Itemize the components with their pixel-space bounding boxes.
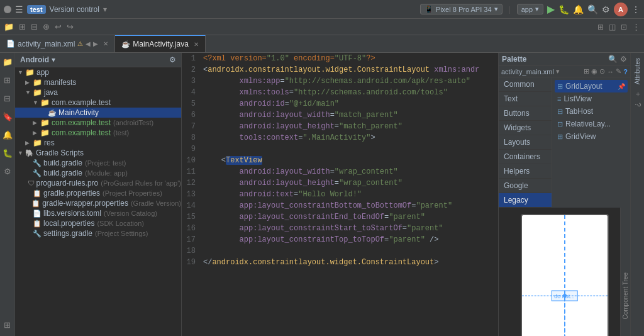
- new-folder-icon[interactable]: 📁: [4, 22, 14, 31]
- component-tree-tab[interactable]: Component Tree: [620, 208, 630, 336]
- run-button[interactable]: ▶: [547, 3, 555, 15]
- palette-item-gridlayout[interactable]: ⊞ GridLayout 📌: [555, 80, 628, 92]
- sidebar-android-label: Android: [20, 55, 49, 64]
- toolbar-icon-6[interactable]: ↪: [67, 22, 74, 31]
- version-control-label[interactable]: Version control: [50, 5, 99, 14]
- category-helpers[interactable]: Helpers: [499, 164, 552, 179]
- code-line-19: 19 </androidx.constraintlayout.widget.Co…: [182, 257, 498, 268]
- tab-nav-next[interactable]: ▶: [93, 40, 98, 47]
- tree-item-build-gradle-project[interactable]: 🔧 build.gradle (Project: test): [15, 158, 181, 168]
- design-icon-4[interactable]: ↔: [607, 68, 614, 76]
- relativelayout-icon: ⊡: [557, 120, 563, 128]
- left-tool-4[interactable]: 🔖: [1, 110, 14, 123]
- tree-item-com-example[interactable]: ▼ 📁 com.example.test: [15, 98, 181, 108]
- notification-icon[interactable]: 🔔: [573, 4, 584, 14]
- menu-icon[interactable]: ☰: [15, 4, 23, 14]
- toolbar-right-2[interactable]: ◫: [609, 23, 616, 31]
- pin-icon[interactable]: 📌: [618, 83, 625, 90]
- toolbar-right-1[interactable]: ⊞: [597, 23, 604, 31]
- xml-dropdown-arrow[interactable]: ▾: [556, 67, 560, 76]
- right-tool-1[interactable]: +: [632, 91, 643, 98]
- preview-canvas: do not... Component Tree: [499, 208, 630, 336]
- tree-item-com-example-test-android[interactable]: ▶ 📁 com.example.test (androidTest): [15, 118, 181, 128]
- palette-settings-icon[interactable]: ⚙: [620, 55, 627, 64]
- code-line-18: 18: [182, 245, 498, 257]
- main-content: 📁 ⊞ ⊟ 🔖 🔔 🐛 ⚙ ⊞ ⚒ Android ▾ ⚙ ▼ 📁 app ▶ …: [0, 53, 644, 336]
- tree-item-gradle-scripts[interactable]: ▼ 🐘 Gradle Scripts: [15, 148, 181, 158]
- action-icons: 🐛 🔔 🔍 ⚙ A ⋮: [558, 3, 640, 16]
- toolbar-icon-2[interactable]: ⊞: [19, 22, 26, 31]
- left-tool-6[interactable]: 🐛: [1, 147, 14, 160]
- tree-item-build-gradle-module[interactable]: 🔧 build.gradle (Module: app): [15, 168, 181, 178]
- close-tab-java[interactable]: ✕: [194, 41, 199, 48]
- category-layouts[interactable]: Layouts: [499, 135, 552, 150]
- toolbar-right-3[interactable]: ⊡: [621, 23, 627, 31]
- right-tool-2[interactable]: ?: [632, 101, 643, 108]
- editor-content[interactable]: 1 <?xml version="1.0" encoding="UTF-8"?>…: [182, 53, 498, 336]
- left-tool-5[interactable]: 🔔: [1, 128, 14, 142]
- tab-nav-prev[interactable]: ◀: [86, 40, 91, 47]
- palette-item-relativelayout[interactable]: ⊡ RelativeLay...: [555, 118, 628, 130]
- design-icon-6[interactable]: ?: [623, 68, 628, 76]
- debug-icon[interactable]: 🐛: [558, 4, 569, 14]
- design-icon-5[interactable]: ✎: [616, 67, 621, 76]
- gridview-icon: ⊞: [557, 133, 563, 141]
- tree-item-proguard[interactable]: 🛡 proguard-rules.pro (ProGuard Rules for…: [15, 178, 181, 188]
- design-icon-1[interactable]: ⊞: [584, 67, 589, 76]
- left-tool-bottom-1[interactable]: ⊞: [2, 318, 13, 332]
- palette-item-gridview[interactable]: ⊞ GridView: [555, 130, 628, 143]
- category-containers[interactable]: Containers: [499, 150, 552, 164]
- category-widgets[interactable]: Widgets: [499, 121, 552, 135]
- device-icon: 📱: [425, 5, 433, 13]
- avatar[interactable]: A: [614, 3, 628, 16]
- tree-item-java[interactable]: ▼ 📁 java: [15, 87, 181, 98]
- palette-item-tabhost[interactable]: ⊟ TabHost: [555, 105, 628, 118]
- dropdown-arrow-icon[interactable]: ▾: [103, 5, 107, 14]
- category-common[interactable]: Common: [499, 77, 552, 92]
- xml-dropdown[interactable]: activity_main.xml: [501, 68, 554, 76]
- module-selector[interactable]: app ▾: [517, 4, 543, 14]
- tree-item-res[interactable]: ▶ 📁 res: [15, 138, 181, 148]
- tab-main-activity[interactable]: ☕ MainActivity.java ✕: [115, 35, 205, 52]
- toolbar-icon-4[interactable]: ⊕: [43, 22, 50, 31]
- tree-item-settings-gradle[interactable]: 🔧 settings.gradle (Project Settings): [15, 228, 181, 238]
- listview-icon: ≡: [557, 95, 561, 103]
- tree-item-com-example-test[interactable]: ▶ 📁 com.example.test (test): [15, 128, 181, 138]
- project-icon[interactable]: 📁: [1, 55, 14, 69]
- code-line-15: 15 app:layout_constraintEnd_toEndOf="par…: [182, 211, 498, 223]
- tree-item-manifests[interactable]: ▶ 📁 manifests: [15, 77, 181, 87]
- close-tab-xml[interactable]: ✕: [103, 40, 108, 47]
- code-line-9: 9: [182, 143, 498, 155]
- category-buttons[interactable]: Buttons: [499, 106, 552, 121]
- code-line-4: 4 xmlns:tools="http://schemas.android.co…: [182, 87, 498, 98]
- sidebar-dropdown-icon[interactable]: ▾: [52, 55, 55, 64]
- category-google[interactable]: Google: [499, 179, 552, 193]
- left-tool-7[interactable]: ⚙: [2, 165, 13, 178]
- tree-item-app[interactable]: ▼ 📁 app: [15, 67, 181, 77]
- tree-item-gradle-wrapper[interactable]: 📋 gradle-wrapper.properties (Gradle Vers…: [15, 198, 181, 208]
- tree-item-local-properties[interactable]: 📋 local.properties (SDK Location): [15, 218, 181, 228]
- toolbar-more-icon[interactable]: ⋮: [632, 22, 640, 31]
- toolbar-icon-5[interactable]: ↩: [55, 22, 62, 31]
- attributes-tab[interactable]: Attributes: [633, 55, 642, 87]
- device-selector[interactable]: 📱 Pixel 8 Pro API 34 ▾: [420, 4, 502, 14]
- code-line-12: 12 android:layout_height="wrap_content": [182, 177, 498, 189]
- design-icon-3[interactable]: ⊙: [599, 67, 605, 76]
- design-icon-2[interactable]: ◉: [591, 67, 597, 76]
- tab-activity-main[interactable]: 📄 activity_main.xml ⚠ ◀ ▶ ✕: [0, 35, 115, 52]
- category-text[interactable]: Text: [499, 92, 552, 106]
- tree-item-libs-versions[interactable]: 📄 libs.versions.toml (Version Catalog): [15, 208, 181, 218]
- toolbar-icon-3[interactable]: ⊟: [31, 22, 38, 31]
- category-legacy[interactable]: Legacy: [499, 193, 552, 208]
- more-icon[interactable]: ⋮: [631, 4, 640, 14]
- palette-item-listview[interactable]: ≡ ListView: [555, 92, 628, 105]
- search-icon[interactable]: 🔍: [587, 4, 598, 14]
- tree-item-gradle-properties[interactable]: 📋 gradle.properties (Project Properties): [15, 188, 181, 198]
- palette-search-icon[interactable]: 🔍: [608, 55, 618, 64]
- left-tool-3[interactable]: ⊟: [2, 92, 13, 105]
- device-name: Pixel 8 Pro API 34: [436, 6, 492, 13]
- tree-item-mainactivity[interactable]: ☕ MainActivity: [15, 108, 181, 118]
- settings-icon[interactable]: ⚙: [602, 4, 610, 14]
- sidebar-icon-1[interactable]: ⚙: [169, 55, 176, 64]
- left-tool-2[interactable]: ⊞: [2, 74, 13, 87]
